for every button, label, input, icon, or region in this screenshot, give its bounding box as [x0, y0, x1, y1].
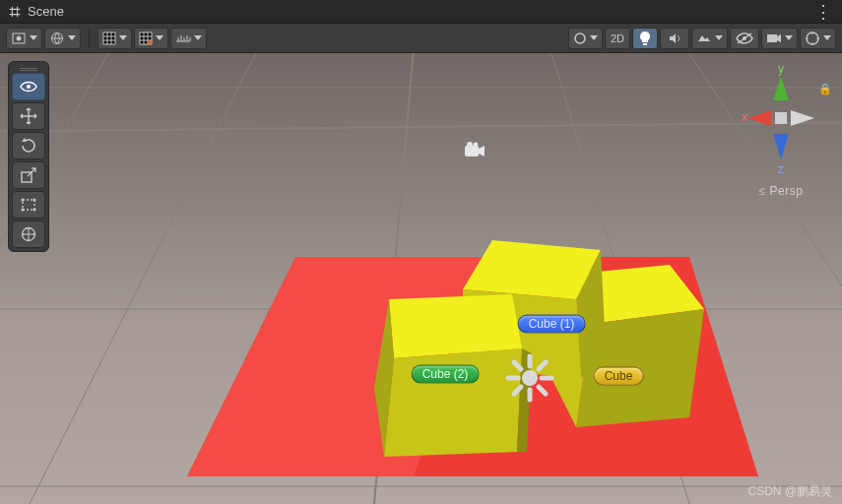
svg-point-48 [22, 199, 25, 202]
camera-button[interactable] [761, 28, 798, 49]
ruler-icon [175, 32, 191, 45]
lighting-toggle-button[interactable] [632, 28, 658, 49]
watermark: CSDN @鹏易灵 [747, 483, 832, 500]
svg-line-19 [0, 122, 842, 132]
svg-point-45 [27, 85, 31, 89]
shading-icon [11, 31, 27, 46]
draw-mode-button[interactable] [44, 28, 81, 49]
gizmo-lock-icon[interactable]: 🔒 [818, 83, 832, 95]
svg-line-41 [514, 387, 521, 394]
scene-tab[interactable]: Scene [8, 4, 64, 19]
transform-tool[interactable] [12, 220, 45, 248]
fx-icon [696, 32, 712, 45]
svg-point-3 [148, 39, 153, 44]
rotate-tool[interactable] [12, 132, 45, 159]
axis-y-cone[interactable] [773, 77, 789, 100]
object-label-cube2[interactable]: Cube (2) [412, 365, 480, 384]
scene-icon [8, 5, 22, 19]
svg-rect-8 [767, 34, 777, 42]
move-icon [20, 107, 37, 125]
svg-line-40 [539, 362, 546, 369]
scene-tab-label: Scene [28, 4, 64, 19]
projection-label[interactable]: Persp [770, 184, 804, 198]
svg-rect-42 [465, 146, 479, 157]
audio-toggle-button[interactable] [660, 28, 689, 49]
eye-off-icon [736, 32, 753, 45]
tool-palette [8, 61, 49, 252]
axis-neg-x-cone[interactable] [791, 110, 814, 126]
2d-toggle-button[interactable]: 2D [605, 28, 630, 49]
rotate-icon [20, 137, 37, 155]
svg-line-38 [514, 362, 521, 369]
2d-toggle-label: 2D [611, 32, 624, 44]
eye-icon [20, 78, 37, 95]
gizmo-icon [805, 31, 820, 46]
grid-snap-icon [139, 32, 153, 45]
object-label-cube[interactable]: Cube [594, 367, 644, 386]
visibility-toggle-button[interactable] [730, 28, 759, 49]
grid-icon [102, 32, 116, 45]
render-mode-button[interactable] [568, 28, 603, 49]
rect-icon [20, 196, 37, 214]
axis-z-label: z [778, 162, 784, 176]
svg-rect-5 [643, 43, 647, 45]
svg-point-1 [17, 35, 22, 40]
svg-point-50 [22, 209, 25, 212]
snap-increment-button[interactable] [170, 28, 207, 49]
audio-icon [668, 32, 681, 45]
scale-icon [20, 166, 37, 184]
gizmo-cube[interactable] [775, 112, 787, 124]
light-gizmo[interactable] [504, 352, 555, 404]
sphere-icon [573, 32, 587, 45]
viewport-grid [0, 53, 842, 504]
lightbulb-icon [639, 31, 651, 46]
object-label-cube1[interactable]: Cube (1) [518, 315, 586, 334]
svg-line-39 [539, 387, 546, 394]
svg-rect-47 [23, 200, 34, 210]
orientation-gizmo[interactable]: y x z 🔒 ≤ Persp [732, 61, 830, 198]
camera-icon [766, 32, 782, 44]
fx-toggle-button[interactable] [691, 28, 728, 49]
rect-tool[interactable] [12, 191, 45, 219]
tab-menu-button[interactable]: ⋮ [809, 1, 838, 23]
view-tool[interactable] [12, 73, 45, 100]
scene-toolbar: 2D [0, 24, 842, 53]
gizmos-toggle-button[interactable] [800, 28, 836, 49]
scene-viewport[interactable]: Cube (1) Cube (2) Cube y x [0, 53, 842, 504]
svg-marker-28 [389, 294, 522, 358]
axis-x-label: x [742, 110, 747, 124]
move-tool[interactable] [12, 102, 45, 130]
palette-drag-handle[interactable] [12, 65, 45, 71]
axis-x-cone[interactable] [747, 110, 771, 126]
svg-point-33 [522, 370, 538, 386]
svg-point-4 [575, 33, 585, 43]
axis-z-cone[interactable] [773, 134, 789, 159]
svg-point-51 [33, 209, 36, 212]
scene-tab-header: Scene ⋮ [0, 0, 842, 24]
grid-snap-button[interactable] [134, 28, 168, 49]
shading-mode-button[interactable] [6, 28, 42, 49]
svg-point-43 [467, 142, 473, 148]
grid-toggle-button[interactable] [97, 28, 132, 49]
axis-y-label: y [778, 62, 784, 76]
svg-point-44 [474, 143, 479, 148]
svg-point-49 [33, 199, 36, 202]
globe-icon [49, 31, 65, 46]
camera-gizmo[interactable] [463, 142, 486, 163]
scale-tool[interactable] [12, 161, 45, 189]
transform-icon [20, 225, 37, 243]
